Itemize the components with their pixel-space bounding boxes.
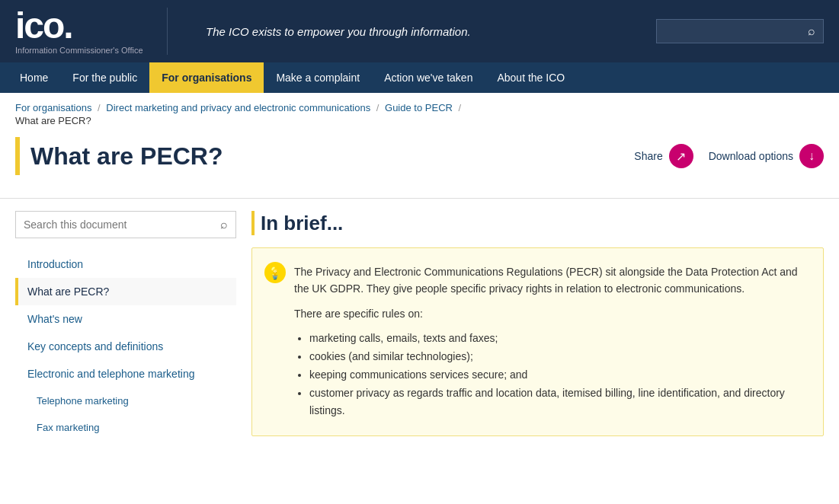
share-label: Share bbox=[634, 150, 662, 162]
header-search-input[interactable] bbox=[664, 25, 802, 37]
nav-item-organisations[interactable]: For organisations bbox=[149, 62, 264, 93]
download-button[interactable]: Download options ↓ bbox=[709, 144, 824, 168]
info-rules-list: marketing calls, emails, texts and faxes… bbox=[294, 330, 808, 420]
info-box-icon: 💡 bbox=[264, 262, 286, 283]
nav-item-complaint[interactable]: Make a complaint bbox=[264, 62, 372, 93]
info-rules-intro: There are specific rules on: bbox=[294, 305, 808, 322]
breadcrumb-current: What are PECR? bbox=[15, 115, 824, 126]
title-divider bbox=[0, 198, 839, 199]
page-title: What are PECR? bbox=[30, 142, 223, 171]
nav-item-public[interactable]: For the public bbox=[60, 62, 149, 93]
header-search-box: ⌕ bbox=[656, 19, 824, 43]
sidebar-nav-item-electronic-marketing: Electronic and telephone marketing bbox=[15, 360, 236, 388]
breadcrumb-link-2[interactable]: Direct marketing and privacy and electro… bbox=[106, 102, 370, 113]
header-search-button[interactable]: ⌕ bbox=[808, 24, 815, 38]
sidebar-nav-item-introduction: Introduction bbox=[15, 250, 236, 278]
title-accent-bar bbox=[15, 137, 20, 175]
breadcrumb-link-1[interactable]: For organisations bbox=[15, 102, 91, 113]
download-label: Download options bbox=[709, 150, 793, 162]
logo-subtitle: Information Commissioner's Office bbox=[15, 46, 152, 55]
main-nav: Home For the public For organisations Ma… bbox=[0, 62, 839, 93]
sidebar-nav-item-telephone-marketing: Telephone marketing bbox=[15, 388, 236, 414]
sidebar-nav-item-what-are-pecr: What are PECR? bbox=[15, 278, 236, 305]
sidebar-nav-item-whats-new: What's new bbox=[15, 305, 236, 333]
header-tagline: The ICO exists to empower you through in… bbox=[183, 25, 641, 38]
sidebar-link-whats-new[interactable]: What's new bbox=[18, 305, 236, 333]
logo-area: ico. Information Commissioner's Office bbox=[15, 8, 168, 55]
sidebar-link-key-concepts[interactable]: Key concepts and definitions bbox=[18, 333, 236, 360]
section-title-bar bbox=[251, 211, 255, 235]
nav-item-home[interactable]: Home bbox=[8, 62, 60, 93]
sidebar-link-fax-marketing[interactable]: Fax marketing bbox=[18, 414, 236, 441]
sidebar-link-introduction[interactable]: Introduction bbox=[18, 250, 236, 278]
list-item: keeping communications services secure; … bbox=[309, 366, 808, 384]
site-header: ico. Information Commissioner's Office T… bbox=[0, 0, 839, 62]
content-area: In brief... 💡 The Privacy and Electronic… bbox=[251, 211, 824, 441]
info-intro-text: The Privacy and Electronic Communication… bbox=[294, 263, 808, 298]
main-content: ⌕ Introduction What are PECR? What's new… bbox=[0, 211, 839, 456]
sidebar-search-icon: ⌕ bbox=[220, 218, 228, 231]
section-title: In brief... bbox=[251, 211, 824, 235]
share-icon: ↗ bbox=[669, 144, 693, 168]
sidebar-link-what-are-pecr[interactable]: What are PECR? bbox=[18, 278, 236, 305]
sidebar-link-telephone-marketing[interactable]: Telephone marketing bbox=[18, 388, 236, 414]
sidebar-nav-item-key-concepts: Key concepts and definitions bbox=[15, 333, 236, 360]
list-item: customer privacy as regards traffic and … bbox=[309, 384, 808, 421]
sidebar-search-box: ⌕ bbox=[15, 211, 236, 238]
info-box: 💡 The Privacy and Electronic Communicati… bbox=[251, 247, 824, 436]
nav-item-action[interactable]: Action we've taken bbox=[372, 62, 485, 93]
sidebar-search-input[interactable] bbox=[24, 219, 220, 231]
nav-item-about[interactable]: About the ICO bbox=[485, 62, 577, 93]
sidebar-nav: Introduction What are PECR? What's new K… bbox=[15, 250, 236, 441]
sidebar-link-electronic-marketing[interactable]: Electronic and telephone marketing bbox=[18, 360, 236, 388]
section-heading: In brief... bbox=[261, 212, 343, 235]
sidebar: ⌕ Introduction What are PECR? What's new… bbox=[15, 211, 236, 441]
breadcrumb-link-3[interactable]: Guide to PECR bbox=[385, 102, 453, 113]
sidebar-nav-item-fax-marketing: Fax marketing bbox=[15, 414, 236, 441]
list-item: marketing calls, emails, texts and faxes… bbox=[309, 330, 808, 348]
page-title-area: What are PECR? Share ↗ Download options … bbox=[0, 129, 839, 190]
logo[interactable]: ico. bbox=[15, 8, 152, 44]
share-button[interactable]: Share ↗ bbox=[634, 144, 693, 168]
breadcrumb: For organisations / Direct marketing and… bbox=[0, 93, 839, 129]
download-icon: ↓ bbox=[799, 144, 824, 168]
list-item: cookies (and similar technologies); bbox=[309, 348, 808, 366]
